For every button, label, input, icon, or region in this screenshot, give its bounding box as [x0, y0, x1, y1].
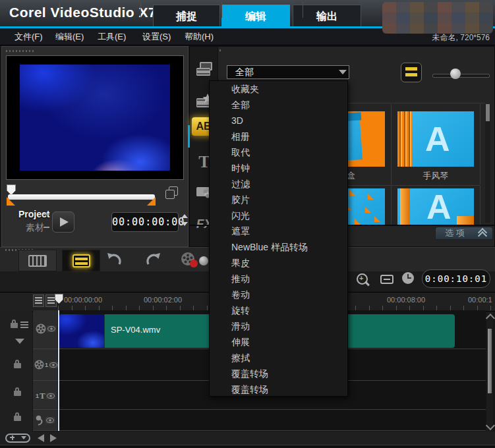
dropdown-option[interactable]: 推动: [210, 271, 347, 287]
clip-mode-label[interactable]: 素材: [26, 222, 44, 234]
voice-track-lane[interactable]: [58, 410, 486, 431]
timeline-scrollbar[interactable]: [486, 312, 493, 432]
fit-timeline-button[interactable]: [5, 434, 30, 443]
view-bar-icon: [405, 67, 417, 70]
track-manager-button[interactable]: [33, 294, 44, 307]
lock-icon[interactable]: [11, 323, 18, 328]
play-button[interactable]: [52, 211, 74, 233]
trim-start-handle[interactable]: [7, 197, 15, 206]
scrollbar-thumb[interactable]: [486, 104, 490, 121]
timecode-down-spinner[interactable]: [181, 222, 188, 226]
track-list-icon: [35, 297, 42, 304]
overlay-track-header[interactable]: 1: [33, 349, 58, 381]
chevron-down-icon[interactable]: [15, 339, 24, 344]
transition-item[interactable]: A: [392, 185, 480, 226]
lock-icon[interactable]: [14, 391, 21, 396]
panel-splitter-accent[interactable]: [188, 125, 190, 148]
track-number: 1: [45, 362, 48, 368]
lock-icon[interactable]: [14, 416, 21, 421]
dropdown-option[interactable]: 取代: [210, 144, 347, 160]
divider: [44, 227, 49, 228]
ruler-tick: [221, 2, 222, 18]
menu-settings[interactable]: 设置(S): [142, 31, 171, 43]
duration-clock-icon[interactable]: [402, 272, 414, 284]
ripple-edit-icon[interactable]: [20, 321, 28, 328]
eye-icon: [46, 393, 55, 399]
title-track-icon: T: [40, 391, 45, 401]
menu-file[interactable]: 文件(F): [15, 31, 43, 43]
media-library-icon[interactable]: [195, 61, 214, 80]
censored-region: [382, 2, 493, 34]
scrollbar-thumb[interactable]: [488, 329, 492, 393]
record-capture-button[interactable]: [179, 251, 199, 272]
clip-filename: SP-V04.wmv: [111, 325, 160, 335]
gallery-filter-dropdown[interactable]: 全部: [227, 65, 349, 79]
title-track-header[interactable]: 1 T: [33, 381, 58, 410]
options-label: 选项: [445, 228, 467, 238]
overlay-track-icon: [34, 360, 44, 370]
scroll-left-button[interactable]: [38, 434, 44, 442]
enlarge-preview-icon[interactable]: [165, 186, 179, 200]
clip-thumbnail: [59, 314, 105, 348]
scrub-bar[interactable]: [8, 194, 155, 200]
redo-button[interactable]: [145, 252, 162, 269]
dropdown-option[interactable]: 卷动: [210, 287, 347, 302]
options-button[interactable]: 选项: [435, 227, 493, 240]
timeline-view-button[interactable]: [62, 250, 100, 271]
slider-knob[interactable]: [450, 69, 461, 79]
panel-drag-handle[interactable]: [6, 50, 34, 52]
dropdown-option[interactable]: 闪光: [210, 208, 347, 223]
dropdown-option[interactable]: 覆盖转场: [210, 366, 347, 381]
project-duration-display[interactable]: 0:00:10:01: [422, 269, 490, 288]
voice-track-header[interactable]: [33, 410, 58, 431]
fit-arrows: [384, 279, 390, 280]
dropdown-option[interactable]: 旋转: [210, 302, 347, 318]
dropdown-option[interactable]: 全部: [210, 97, 347, 113]
dropdown-option[interactable]: 3D: [210, 113, 347, 128]
menu-help[interactable]: 帮助(H): [185, 31, 214, 43]
app-title: Corel VideoStudio X7: [9, 5, 156, 20]
menu-edit[interactable]: 编辑(E): [55, 31, 84, 43]
lock-icon[interactable]: [14, 363, 21, 368]
dropdown-option[interactable]: 伸展: [210, 334, 347, 350]
video-track-header[interactable]: [33, 310, 58, 349]
dropdown-option[interactable]: 滑动: [210, 318, 347, 334]
video-frame-image: [20, 65, 170, 171]
dropdown-option[interactable]: 相册: [210, 128, 347, 144]
preview-timecode[interactable]: 00:00:00:00: [111, 212, 179, 232]
dropdown-option[interactable]: 果皮: [210, 255, 347, 271]
thumbnail-size-slider[interactable]: [432, 74, 490, 78]
timecode-up-spinner[interactable]: [181, 214, 188, 218]
scroll-down-icon[interactable]: [486, 421, 495, 430]
playhead-line[interactable]: [58, 310, 59, 431]
scrub-marker[interactable]: [7, 184, 16, 195]
transition-item[interactable]: A 手风琴: [392, 104, 480, 184]
dropdown-option[interactable]: 时钟: [210, 160, 347, 176]
tab-capture[interactable]: 捕捉: [153, 5, 220, 26]
timeline-footer: [0, 432, 495, 445]
dropdown-option[interactable]: 擦拭: [210, 350, 347, 366]
scroll-right-button[interactable]: [50, 434, 57, 442]
library-scrollbar[interactable]: [485, 104, 490, 223]
storyboard-view-button[interactable]: [18, 250, 57, 271]
menu-tools[interactable]: 工具(E): [98, 31, 126, 43]
fit-project-icon[interactable]: [380, 275, 393, 284]
dropdown-option[interactable]: 覆盖转场: [210, 381, 347, 397]
undo-button[interactable]: [105, 252, 123, 269]
tab-edit[interactable]: 编辑: [221, 5, 290, 26]
scroll-up-icon[interactable]: [486, 314, 495, 323]
sound-mixer-icon[interactable]: [199, 256, 208, 266]
transition-label: 手风琴: [392, 170, 480, 182]
dropdown-option[interactable]: 遮罩: [210, 223, 347, 239]
dropdown-option[interactable]: 过滤: [210, 176, 347, 192]
flag-icon: [21, 436, 26, 439]
zoom-icon[interactable]: [357, 273, 368, 285]
dropdown-option[interactable]: NewBlue 样品转场: [210, 239, 347, 255]
thumbnail-view-toggle[interactable]: [401, 63, 422, 82]
ruler-label: 00:00:00:00: [64, 296, 102, 304]
dropdown-option[interactable]: 胶片: [210, 192, 347, 208]
trim-end-handle[interactable]: [147, 197, 156, 206]
dropdown-option[interactable]: 收藏夹: [210, 81, 347, 97]
ruler-tick: [59, 2, 60, 18]
project-name-label: 未命名, 720*576: [432, 32, 490, 43]
